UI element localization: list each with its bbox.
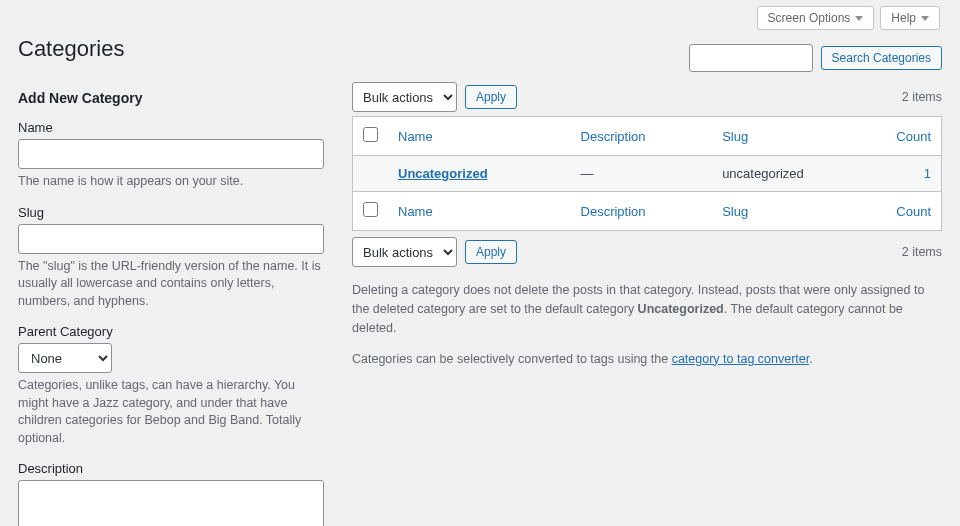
column-header-count[interactable]: Count bbox=[882, 117, 942, 156]
name-input[interactable] bbox=[18, 139, 324, 169]
items-count-top: 2 items bbox=[902, 90, 942, 104]
slug-label: Slug bbox=[18, 205, 324, 220]
name-label: Name bbox=[18, 120, 324, 135]
category-name-link[interactable]: Uncategorized bbox=[398, 166, 488, 181]
description-textarea[interactable] bbox=[18, 480, 324, 526]
apply-button-top[interactable]: Apply bbox=[465, 85, 517, 109]
search-categories-button[interactable]: Search Categories bbox=[821, 46, 942, 70]
chevron-down-icon bbox=[855, 16, 863, 21]
search-categories-input[interactable] bbox=[689, 44, 813, 72]
screen-options-tab[interactable]: Screen Options bbox=[757, 6, 875, 30]
category-slug: uncategorized bbox=[712, 156, 881, 192]
apply-button-bottom[interactable]: Apply bbox=[465, 240, 517, 264]
column-header-description[interactable]: Description bbox=[571, 117, 713, 156]
items-count-bottom: 2 items bbox=[902, 245, 942, 259]
select-all-checkbox-bottom[interactable] bbox=[363, 202, 378, 217]
screen-options-label: Screen Options bbox=[768, 11, 851, 25]
table-row: Uncategorized — uncategorized 1 bbox=[353, 156, 942, 192]
help-label: Help bbox=[891, 11, 916, 25]
description-label: Description bbox=[18, 461, 324, 476]
bulk-actions-select-top[interactable]: Bulk actions bbox=[352, 82, 457, 112]
add-new-category-heading: Add New Category bbox=[18, 90, 324, 106]
column-footer-description[interactable]: Description bbox=[571, 192, 713, 231]
categories-table: Name Description Slug Count Uncategorize… bbox=[352, 116, 942, 231]
bulk-actions-select-bottom[interactable]: Bulk actions bbox=[352, 237, 457, 267]
parent-category-select[interactable]: None bbox=[18, 343, 112, 373]
category-to-tag-converter-link[interactable]: category to tag converter bbox=[672, 352, 810, 366]
slug-help: The "slug" is the URL-friendly version o… bbox=[18, 258, 324, 311]
parent-category-help: Categories, unlike tags, can have a hier… bbox=[18, 377, 324, 447]
slug-input[interactable] bbox=[18, 224, 324, 254]
category-count-link[interactable]: 1 bbox=[924, 166, 931, 181]
column-header-name[interactable]: Name bbox=[388, 117, 571, 156]
help-tab[interactable]: Help bbox=[880, 6, 940, 30]
name-help: The name is how it appears on your site. bbox=[18, 173, 324, 191]
column-footer-name[interactable]: Name bbox=[388, 192, 571, 231]
parent-category-label: Parent Category bbox=[18, 324, 324, 339]
column-header-slug[interactable]: Slug bbox=[712, 117, 881, 156]
chevron-down-icon bbox=[921, 16, 929, 21]
column-footer-slug[interactable]: Slug bbox=[712, 192, 881, 231]
footer-notes: Deleting a category does not delete the … bbox=[352, 281, 942, 369]
column-footer-count[interactable]: Count bbox=[882, 192, 942, 231]
select-all-checkbox-top[interactable] bbox=[363, 127, 378, 142]
category-description: — bbox=[571, 156, 713, 192]
